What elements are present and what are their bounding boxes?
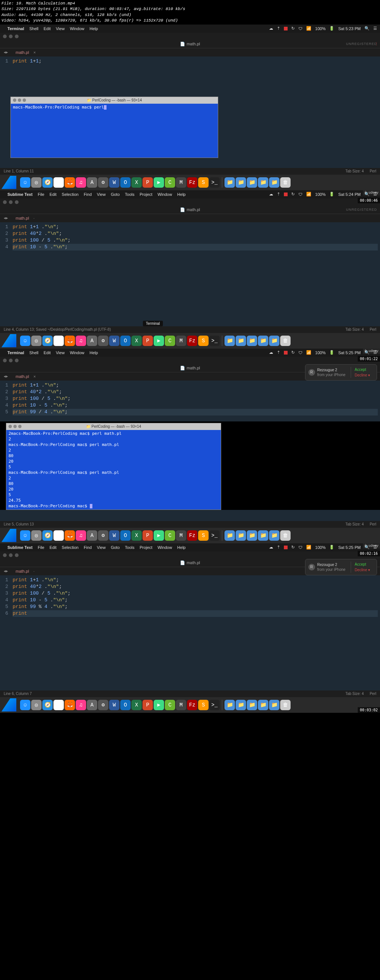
menu-edit[interactable]: Edit bbox=[44, 350, 51, 355]
dock-firefox[interactable]: 🦊 bbox=[65, 530, 75, 541]
dock-settings[interactable]: ⚙ bbox=[98, 530, 108, 541]
dock-trash[interactable]: 🗑 bbox=[280, 700, 291, 710]
upload-icon[interactable]: ⇡ bbox=[277, 545, 280, 550]
dock-folder4[interactable]: 📁 bbox=[258, 177, 268, 188]
dock-safari[interactable]: 🧭 bbox=[42, 700, 53, 710]
hotspot-notification[interactable]: R Rezougue 2from your iPhone AcceptDecli… bbox=[305, 364, 377, 380]
syntax-lang[interactable]: Perl bbox=[370, 169, 376, 173]
menu-find[interactable]: Find bbox=[84, 545, 92, 550]
dock-excel[interactable]: X bbox=[131, 530, 142, 541]
terminal-window[interactable]: 📁 PerlCoding — -bash — 93×14 macs-MacBoo… bbox=[10, 97, 218, 158]
menu-help[interactable]: Help bbox=[89, 350, 98, 355]
dock-folder3[interactable]: 📁 bbox=[247, 177, 257, 188]
dock-folder1[interactable]: 📁 bbox=[225, 530, 235, 541]
menu-find[interactable]: Find bbox=[84, 192, 92, 197]
syntax-lang[interactable]: Perl bbox=[370, 522, 376, 526]
dock-excel[interactable]: X bbox=[131, 700, 142, 710]
menu-dots-icon[interactable]: ⋮ bbox=[374, 41, 378, 46]
tab-close-icon[interactable]: × bbox=[33, 374, 36, 379]
record-icon[interactable] bbox=[284, 546, 288, 549]
dock-filezilla[interactable]: Fz bbox=[187, 177, 198, 188]
close-icon[interactable] bbox=[13, 99, 16, 102]
upload-icon[interactable]: ⇡ bbox=[277, 26, 280, 31]
app-name[interactable]: Sublime Text bbox=[8, 192, 33, 197]
dock-mamp[interactable]: M bbox=[176, 700, 186, 710]
dock-itunes[interactable]: ♫ bbox=[76, 700, 86, 710]
cloud-icon[interactable]: ☁ bbox=[269, 26, 273, 31]
dock-camtasia[interactable]: C bbox=[165, 336, 175, 346]
dock-finder[interactable]: ☺ bbox=[20, 177, 30, 188]
menu-help[interactable]: Help bbox=[177, 545, 186, 550]
editor[interactable]: 12345print 1+1 ."\n";print 40*2 ."\n";pr… bbox=[0, 380, 380, 422]
dock-excel[interactable]: X bbox=[131, 177, 142, 188]
tab-size[interactable]: Tab Size: 4 bbox=[345, 328, 364, 331]
dock-folder5[interactable]: 📁 bbox=[269, 177, 279, 188]
dock-folder4[interactable]: 📁 bbox=[258, 530, 268, 541]
tab-back-icon[interactable]: ◂▸ bbox=[4, 569, 8, 573]
dock-terminal[interactable]: >_ bbox=[209, 336, 220, 346]
dock-powerpoint[interactable]: P bbox=[142, 336, 153, 346]
cloud-icon[interactable]: ☁ bbox=[269, 192, 273, 197]
app-name[interactable]: Terminal bbox=[8, 350, 24, 355]
close-icon[interactable] bbox=[3, 200, 7, 204]
dock-firefox[interactable]: 🦊 bbox=[65, 336, 75, 346]
tab-math[interactable]: math.pl bbox=[16, 216, 29, 220]
tab-back-icon[interactable]: ◂▸ bbox=[4, 50, 8, 55]
menu-view[interactable]: View bbox=[55, 26, 65, 31]
clock[interactable]: Sat 5:25 PM bbox=[338, 350, 361, 355]
cloud-icon[interactable]: ☁ bbox=[269, 350, 273, 355]
tab-size[interactable]: Tab Size: 4 bbox=[345, 522, 364, 526]
dock-word[interactable]: W bbox=[109, 177, 119, 188]
shield-icon[interactable]: 🛡 bbox=[298, 192, 302, 197]
syntax-lang[interactable]: Perl bbox=[370, 692, 376, 696]
dock-folder5[interactable]: 📁 bbox=[269, 700, 279, 710]
dock-filezilla[interactable]: Fz bbox=[187, 530, 198, 541]
terminal-window[interactable]: 📁 PerlCoding — -bash — 93×14 2macs-MacBo… bbox=[6, 423, 221, 510]
dock-launchpad[interactable]: ◎ bbox=[31, 700, 41, 710]
dock-folder4[interactable]: 📁 bbox=[258, 336, 268, 346]
dock-folder3[interactable]: 📁 bbox=[247, 336, 257, 346]
dock-outlook[interactable]: O bbox=[120, 177, 131, 188]
record-icon[interactable] bbox=[284, 192, 288, 196]
dock-word[interactable]: W bbox=[109, 530, 119, 541]
menu-window[interactable]: Window bbox=[157, 192, 172, 197]
dock-folder2[interactable]: 📁 bbox=[236, 177, 246, 188]
dock-launchpad[interactable]: ◎ bbox=[31, 177, 41, 188]
menu-edit[interactable]: Edit bbox=[44, 26, 51, 31]
minimize-icon[interactable] bbox=[18, 99, 21, 102]
dock-excel[interactable]: X bbox=[131, 336, 142, 346]
dock-camtasia[interactable]: C bbox=[165, 177, 175, 188]
dock-folder1[interactable]: 📁 bbox=[225, 700, 235, 710]
dock-folder5[interactable]: 📁 bbox=[269, 530, 279, 541]
app-name[interactable]: Sublime Text bbox=[8, 545, 33, 550]
dock-chrome[interactable]: ◉ bbox=[54, 530, 64, 541]
minimize-icon[interactable] bbox=[9, 35, 13, 38]
clock[interactable]: Sat 5:24 PM bbox=[338, 192, 361, 197]
sync-icon[interactable]: ↻ bbox=[291, 545, 294, 550]
menu-project[interactable]: Project bbox=[139, 545, 152, 550]
dock-settings[interactable]: ⚙ bbox=[98, 177, 108, 188]
minimize-icon[interactable] bbox=[13, 425, 17, 428]
battery-icon[interactable]: 🔋 bbox=[329, 545, 334, 550]
dock-folder2[interactable]: 📁 bbox=[236, 336, 246, 346]
syntax-lang[interactable]: Perl bbox=[370, 328, 376, 331]
menu-edit[interactable]: Edit bbox=[49, 192, 56, 197]
wifi-icon[interactable]: 📶 bbox=[306, 350, 311, 355]
dock-folder2[interactable]: 📁 bbox=[236, 700, 246, 710]
dock-finder[interactable]: ☺ bbox=[20, 530, 30, 541]
maximize-icon[interactable] bbox=[18, 425, 22, 428]
tab-math[interactable]: math.pl bbox=[16, 50, 29, 55]
dock-sublime[interactable]: S bbox=[198, 336, 209, 346]
dock-itunes[interactable]: ♫ bbox=[76, 336, 86, 346]
clock[interactable]: Sat 5:23 PM bbox=[338, 26, 361, 31]
dock-appstore[interactable]: A bbox=[87, 177, 97, 188]
shield-icon[interactable]: 🛡 bbox=[298, 26, 302, 31]
minimize-icon[interactable] bbox=[9, 200, 13, 204]
decline-button[interactable]: Decline ▾ bbox=[351, 372, 374, 378]
hotspot-notification[interactable]: R Rezougue 2from your iPhone AcceptDecli… bbox=[305, 559, 377, 575]
dock-launchpad[interactable]: ◎ bbox=[31, 336, 41, 346]
cloud-icon[interactable]: ☁ bbox=[269, 545, 273, 550]
close-icon[interactable] bbox=[3, 554, 7, 557]
battery-icon[interactable]: 🔋 bbox=[329, 350, 334, 355]
tab-size[interactable]: Tab Size: 4 bbox=[345, 169, 364, 173]
